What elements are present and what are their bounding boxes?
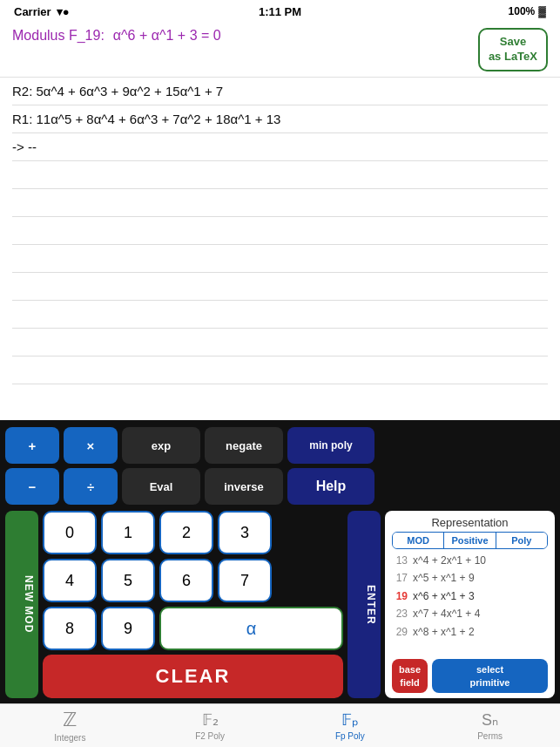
f2poly-label: F2 Poly [195,731,225,741]
poly-expr-29: x^8 + x^1 + 2 [413,623,475,641]
negate-button[interactable]: negate [205,427,283,464]
minus-button[interactable]: − [5,468,59,505]
status-bar: Carrier ▾● 1:11 PM 100% ▓ [0,0,560,23]
numpad-row-3: 8 9 α [43,607,343,650]
poly-row-3: 19 x^6 + x^1 + 3 [392,587,548,605]
ruled-line-4 [12,245,548,273]
poly-list: 13 x^4 + 2x^1 + 10 17 x^5 + x^1 + 9 19 x… [392,552,548,641]
poly-expr-19: x^6 + x^1 + 3 [413,587,475,605]
alpha-button[interactable]: α [159,607,343,650]
inverse-button[interactable]: inverse [205,468,283,505]
poly-expr-13: x^4 + 2x^1 + 10 [413,552,486,569]
status-time: 1:11 PM [259,5,301,18]
ruled-line-1 [12,161,548,189]
poly-num-19: 19 [392,587,408,605]
carrier-label: Carrier [14,5,51,18]
battery-label: 100% [509,5,536,17]
rep-tab-mod[interactable]: MOD [393,533,444,548]
divide-button[interactable]: ÷ [64,468,118,505]
ruled-line-5 [12,273,548,301]
wifi-icon: ▾● [57,5,70,18]
representation-label: Representation [392,516,548,529]
num-5-button[interactable]: 5 [101,559,155,602]
status-right: 100% ▓ [509,5,546,17]
representation-panel: Representation MOD Positive Poly 13 x^4 … [385,511,555,698]
eval-button[interactable]: Eval [122,468,200,505]
modulus-label: Modulus F_19: [12,28,105,44]
tab-bar: ℤ Integers 𝔽₂ F2 Poly 𝔽ₚ Fp Poly Sₙ Perm… [0,703,560,747]
plus-button[interactable]: + [5,427,59,464]
times-button[interactable]: × [64,427,118,464]
poly-row-1: 13 x^4 + 2x^1 + 10 [392,552,548,569]
header: Modulus F_19: α^6 + α^1 + 3 = 0 Save as … [0,23,560,78]
clear-row: CLEAR [43,655,343,698]
tab-f2poly[interactable]: 𝔽₂ F2 Poly [140,707,280,744]
num-3-button[interactable]: 3 [218,511,272,554]
poly-row-4: 23 x^7 + 4x^1 + 4 [392,605,548,622]
content-row-3: -> -- [12,133,548,161]
min-poly-button[interactable]: min poly [287,427,374,464]
help-button[interactable]: Help [287,468,374,505]
perms-icon: Sₙ [482,710,498,730]
tab-integers[interactable]: ℤ Integers [0,705,140,746]
fppoly-label: Fp Poly [335,731,365,741]
num-1-button[interactable]: 1 [101,511,155,554]
poly-num-29: 29 [392,623,408,641]
poly-row-5: 29 x^8 + x^1 + 2 [392,623,548,641]
poly-num-17: 17 [392,569,408,587]
content-row-2: R1: 11α^5 + 8α^4 + 6α^3 + 7α^2 + 18α^1 +… [12,105,548,133]
poly-expr-23: x^7 + 4x^1 + 4 [413,605,480,622]
poly-num-13: 13 [392,552,408,569]
num-4-button[interactable]: 4 [43,559,97,602]
num-2-button[interactable]: 2 [159,511,213,554]
numpad-row-1: 0 1 2 3 [43,511,343,554]
integers-label: Integers [54,733,85,743]
numpad: 0 1 2 3 4 5 6 7 8 9 α CLEAR [43,511,343,698]
bottom-action-buttons: base field select primitive [392,659,548,693]
equation-display: α^6 + α^1 + 3 = 0 [113,28,221,44]
ruled-line-2 [12,189,548,217]
tab-fppoly[interactable]: 𝔽ₚ Fp Poly [280,707,421,744]
rep-tab-poly[interactable]: Poly [496,533,547,548]
clear-button[interactable]: CLEAR [43,655,343,698]
keypad-area: NEW MOD 0 1 2 3 4 5 6 7 8 9 α [5,511,555,698]
numpad-row-2: 4 5 6 7 [43,559,343,602]
battery-icon: ▓ [538,5,546,17]
num-7-button[interactable]: 7 [218,559,272,602]
new-mod-button[interactable]: NEW MOD [5,511,38,698]
rep-tabs: MOD Positive Poly [392,532,548,549]
integers-icon: ℤ [63,709,77,731]
op-row-1: + × exp negate min poly [5,427,555,464]
fppoly-icon: 𝔽ₚ [341,710,359,730]
poly-row-2: 17 x^5 + x^1 + 9 [392,569,548,587]
content-row-1: R2: 5α^4 + 6α^3 + 9α^2 + 15α^1 + 7 [12,78,548,105]
select-primitive-button[interactable]: select primitive [432,659,548,693]
exp-button[interactable]: exp [122,427,200,464]
calculator-section: + × exp negate min poly − ÷ Eval inverse… [0,420,560,703]
ruled-line-3 [12,217,548,245]
ruled-line-7 [12,329,548,357]
text-content-area: R2: 5α^4 + 6α^3 + 9α^2 + 15α^1 + 7 R1: 1… [0,78,560,384]
status-left: Carrier ▾● [14,5,70,18]
poly-num-23: 23 [392,605,408,622]
f2poly-icon: 𝔽₂ [202,710,219,730]
tab-perms[interactable]: Sₙ Perms [420,707,560,744]
base-field-button[interactable]: base field [392,659,428,693]
ruled-line-8 [12,357,548,384]
op-row-2: − ÷ Eval inverse Help [5,468,555,505]
num-0-button[interactable]: 0 [43,511,97,554]
rep-tab-positive[interactable]: Positive [444,533,496,548]
perms-label: Perms [477,731,503,741]
enter-button[interactable]: ENTER [347,511,381,698]
num-6-button[interactable]: 6 [159,559,213,602]
num-9-button[interactable]: 9 [101,607,155,650]
save-latex-button[interactable]: Save as LaTeX [478,28,548,71]
poly-expr-17: x^5 + x^1 + 9 [413,569,475,587]
ruled-line-6 [12,301,548,329]
num-8-button[interactable]: 8 [43,607,97,650]
main-content: Modulus F_19: α^6 + α^1 + 3 = 0 Save as … [0,23,560,703]
